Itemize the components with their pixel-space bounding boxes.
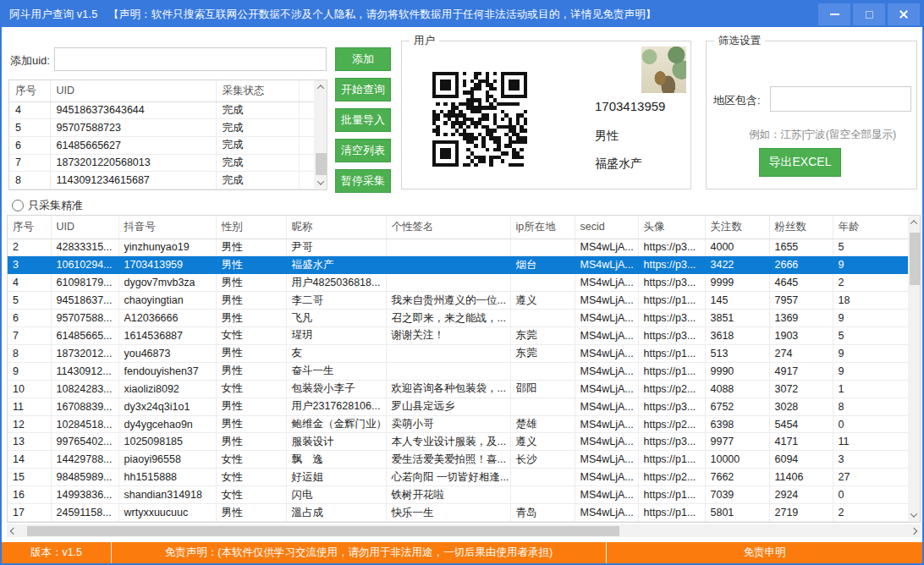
column-header[interactable]: 个性签名 <box>386 216 510 239</box>
cell: 1903 <box>769 327 833 345</box>
cell: wrtyxxuucuuc <box>118 504 216 522</box>
queue-row[interactable]: 71873201220568013完成 <box>9 154 314 172</box>
queue-row[interactable]: 81143091234615687完成 <box>9 172 314 189</box>
user-row[interactable]: 1210284518...dy4ygcehao9n男性鲍维金（金辉门业）卖萌小哥… <box>8 415 908 433</box>
cell: MS4wLjA... <box>575 292 638 310</box>
cell: 18732012... <box>51 344 118 362</box>
results-vertical-scrollbar[interactable] <box>908 216 920 522</box>
region-filter-input[interactable] <box>770 86 911 112</box>
scrollbar-thumb[interactable] <box>316 153 327 175</box>
disclaimer-button[interactable]: 免责申明 <box>607 542 922 563</box>
cell: 2 <box>833 504 908 522</box>
cell: 7957 <box>769 292 833 310</box>
cell: 女性 <box>216 327 286 345</box>
cell: 男性 <box>216 256 286 274</box>
cell: MS4wLjA... <box>575 469 638 486</box>
cell: 14993836... <box>51 486 118 504</box>
add-uid-input[interactable] <box>54 47 327 71</box>
precise-only-radio[interactable]: 只采集精准 <box>12 198 83 213</box>
column-header[interactable]: 昵称 <box>286 216 386 239</box>
maximize-button[interactable] <box>853 3 885 25</box>
cell: 15 <box>8 469 51 486</box>
user-row[interactable]: 1598485989...hh1515888女性好运姐心若向阳 一切皆好相逢..… <box>8 469 908 486</box>
cell: 10000 <box>705 451 769 469</box>
column-header[interactable]: secid <box>575 216 638 239</box>
minimize-button[interactable] <box>818 3 850 25</box>
scrollbar-thumb[interactable] <box>27 526 619 536</box>
user-row[interactable]: 461098179...dygov7mvb3za男性用户4825036818..… <box>8 274 908 292</box>
scroll-up-arrow[interactable] <box>314 80 327 94</box>
user-row[interactable]: 1414429788...piaoyi96558女性飘 逸爱生活爱美爱拍照！喜.… <box>8 451 908 469</box>
batch-import-button[interactable]: 批量导入 <box>335 108 391 132</box>
user-row[interactable]: 695707588...A12036666男性飞凡召之即来，来之能战，...MS… <box>8 310 908 327</box>
cell: 99765402... <box>51 433 118 451</box>
filter-panel: 筛选设置 地区包含: 例如：江苏|宁波(留空全部显示) 导出EXCEL <box>706 41 917 189</box>
user-row[interactable]: 1010824283...xiaolizi8092女性包装袋小李子欢迎咨询各种包… <box>8 380 908 398</box>
cell: 男性 <box>216 433 286 451</box>
cell: MS4wLjA... <box>575 451 638 469</box>
user-row[interactable]: 242833315...yinzhunyao19男性尹哥MS4wLjA...ht… <box>8 239 908 256</box>
cell: 16 <box>8 486 51 504</box>
user-row[interactable]: 818732012...you46873男性友东莞MS4wLjA...https… <box>8 344 908 362</box>
column-header[interactable]: 采集状态 <box>216 80 299 101</box>
column-header[interactable]: 抖音号 <box>118 216 216 239</box>
cell: MS4wLjA... <box>575 327 638 345</box>
column-header[interactable]: 年龄 <box>833 216 908 239</box>
column-header[interactable]: 序号 <box>9 80 50 101</box>
main-content: 添加uid: 序号UID采集状态 4945186373643644完成59570… <box>2 27 922 563</box>
cell: 9 <box>833 256 908 274</box>
pause-collect-button[interactable]: 暂停采集 <box>335 169 391 193</box>
export-excel-button[interactable]: 导出EXCEL <box>759 148 841 177</box>
column-header[interactable]: 序号 <box>8 216 51 239</box>
version-label: 版本：v1.5 <box>2 542 112 563</box>
cell: https://p3... <box>638 274 705 292</box>
close-button[interactable] <box>888 3 920 25</box>
cell: 女性 <box>216 451 286 469</box>
column-header[interactable]: 头像 <box>638 216 705 239</box>
user-row[interactable]: 1614993836...shandian314918女性闪电铁树开花啦MS4w… <box>8 486 908 504</box>
cell: 8 <box>833 398 908 415</box>
cell: 0 <box>833 486 908 504</box>
user-row[interactable]: 911430912...fendouyishen37男性奋斗一生MS4wLjA.… <box>8 362 908 380</box>
column-header[interactable]: UID <box>50 80 216 101</box>
column-header[interactable]: 关注数 <box>705 216 769 239</box>
scroll-down-arrow[interactable] <box>908 508 920 522</box>
main-table-body: 242833315...yinzhunyao19男性尹哥MS4wLjA...ht… <box>8 239 908 522</box>
user-row[interactable]: 310610294...1703413959男性福盛水产烟台MS4wLjA...… <box>8 256 908 274</box>
queue-vertical-scrollbar[interactable] <box>314 80 327 189</box>
column-header[interactable]: 性别 <box>216 216 286 239</box>
scroll-up-arrow[interactable] <box>908 216 920 229</box>
column-header[interactable]: 粉丝数 <box>769 216 833 239</box>
results-horizontal-scrollbar[interactable] <box>7 524 921 537</box>
cell: MS4wLjA... <box>575 433 638 451</box>
cell: https://p1... <box>638 486 705 504</box>
user-row[interactable]: 594518637...chaoyingtian男性李二哥我来自贵州遵义的一位.… <box>8 292 908 310</box>
queue-row[interactable]: 4945186373643644完成 <box>9 101 314 119</box>
start-query-button[interactable]: 开始查询 <box>335 78 391 101</box>
queue-row[interactable]: 595707588723完成 <box>9 119 314 137</box>
queue-table-body: 4945186373643644完成595707588723完成66148566… <box>9 101 314 189</box>
queue-row[interactable]: 661485665627完成 <box>9 136 314 154</box>
scroll-left-arrow[interactable] <box>7 524 20 537</box>
user-row[interactable]: 1724591158...wrtyxxuucuuc男性溫占成快乐一生青岛MS4w… <box>8 504 908 522</box>
cell: 5801 <box>705 504 769 522</box>
add-button[interactable]: 添加 <box>335 47 391 71</box>
scrollbar-thumb[interactable] <box>910 233 921 285</box>
scroll-right-arrow[interactable] <box>907 524 921 537</box>
cell: MS4wLjA... <box>575 239 638 256</box>
clear-list-button[interactable]: 清空列表 <box>335 139 391 162</box>
cell: 24591158... <box>51 504 118 522</box>
cell: 男性 <box>216 292 286 310</box>
user-row[interactable]: 1399765402...1025098185男性服装设计本人专业设计服装，及.… <box>8 433 908 451</box>
cell: 完成 <box>216 101 299 119</box>
user-row[interactable]: 761485665...1614536887女性瑆玥谢谢关注！东莞MS4wLjA… <box>8 327 908 345</box>
scrollbar-track[interactable] <box>20 524 907 537</box>
scroll-down-arrow[interactable] <box>314 176 327 189</box>
user-row[interactable]: 1116708839...dy3x24q3i1o1男性用户2317628106.… <box>8 398 908 415</box>
column-header[interactable]: ip所在地 <box>510 216 575 239</box>
user-avatar-image <box>641 47 686 93</box>
cell: 2719 <box>769 504 833 522</box>
titlebar[interactable]: 阿斗用户查询 v1.5 【声明：软件只搜索互联网公开数据不涉及个人隐私，请勿将软… <box>2 2 922 27</box>
column-header[interactable]: UID <box>51 216 118 239</box>
cell: 我来自贵州遵义的一位... <box>386 292 510 310</box>
